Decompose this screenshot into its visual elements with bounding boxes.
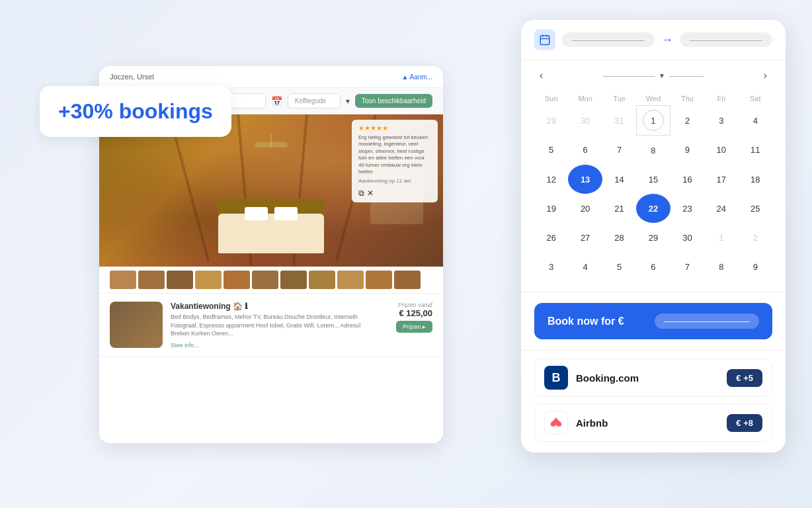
cal-day[interactable]: 2 (739, 223, 772, 252)
pillow-1 (245, 207, 268, 220)
cal-day[interactable]: 26 (534, 223, 568, 252)
month-dropdown-icon: ▼ (659, 72, 665, 79)
month-text: —————— (603, 71, 655, 81)
website-header: Joczen, Ursel ▲ Aanm... (99, 66, 443, 88)
cal-day[interactable]: 23 (670, 194, 704, 223)
cal-day[interactable]: 29 (534, 106, 568, 136)
cal-week-3: 12 13 14 15 16 17 18 (534, 165, 772, 194)
date-from[interactable]: —————————— (562, 32, 655, 47)
see-more-link[interactable]: Stee info... (171, 342, 365, 349)
date-to[interactable]: —————————— (680, 32, 772, 47)
day-wed: Wed (636, 92, 670, 106)
month-label: —————— ▼ ———— (603, 71, 704, 81)
cal-day-selected-start[interactable]: 13 (568, 165, 602, 194)
cal-day[interactable]: 8 (704, 252, 738, 281)
thumb-3[interactable] (167, 271, 193, 289)
property-image: ★★★★★ Erg nettig geweest tot keuken mooi… (99, 114, 443, 267)
cal-day[interactable]: 8 (636, 136, 670, 165)
cal-day-selected-end[interactable]: 22 (636, 194, 670, 223)
cal-day[interactable]: 30 (670, 223, 704, 252)
cal-day[interactable]: 6 (636, 252, 670, 281)
price-button[interactable]: Prijzen ▸ (396, 321, 432, 333)
book-price-placeholder: —————————— (655, 314, 759, 329)
provider-booking[interactable]: B Booking.com € +5 (534, 359, 772, 397)
cal-day[interactable]: 4 (739, 106, 772, 136)
thumbnail-strip (99, 267, 443, 294)
stars: ★★★★★ (358, 124, 431, 133)
cal-day[interactable]: 7 (670, 252, 704, 281)
cal-day[interactable]: 17 (704, 165, 738, 194)
booking-badge: +30% bookings (40, 86, 231, 137)
day-tue: Tue (602, 92, 636, 106)
cal-week-5: 26 27 28 29 30 1 2 (534, 223, 772, 252)
provider-airbnb[interactable]: Airbnb € +8 (534, 403, 772, 442)
thumb-2[interactable] (138, 271, 165, 289)
comparison-section: B Booking.com € +5 Airbnb € +8 (521, 351, 786, 452)
chandelier (251, 121, 291, 148)
thumb-11[interactable] (394, 271, 421, 289)
calendar-section: ‹ —————— ▼ ———— › Sun Mon Tue Wed Thu (521, 60, 786, 292)
cal-day[interactable]: 10 (704, 136, 738, 165)
cal-day[interactable]: 28 (602, 223, 636, 252)
availability-btn[interactable]: Toon beschikbaarheid (355, 94, 432, 108)
cal-day[interactable]: 24 (704, 194, 738, 223)
cal-day[interactable]: 3 (704, 106, 738, 136)
calendar-icon-blue (534, 29, 555, 50)
cal-week-4: 19 20 21 22 23 24 25 (534, 194, 772, 223)
thumb-4[interactable] (195, 271, 222, 289)
cal-day[interactable]: 29 (636, 223, 670, 252)
bed-headboard (218, 198, 324, 215)
cal-header: Sun Mon Tue Wed Thu Fri Sat (534, 92, 772, 106)
next-month-btn[interactable]: › (758, 67, 772, 84)
thumb-1[interactable] (110, 271, 136, 289)
cal-day[interactable]: 19 (534, 194, 568, 223)
date-arrow: → (661, 33, 673, 47)
cal-day[interactable]: 18 (739, 165, 772, 194)
option-mock[interactable]: Koffiegude (288, 93, 341, 108)
cal-week-1: 29 30 31 1 2 3 4 (534, 106, 772, 136)
cal-day[interactable]: 14 (602, 165, 636, 194)
book-now-button[interactable]: Book now for € —————————— (534, 303, 772, 339)
thumb-7[interactable] (280, 271, 307, 289)
review-date: Aanbeveling op 11 der (358, 177, 431, 185)
cal-day[interactable]: 11 (739, 136, 772, 165)
cal-day[interactable]: 6 (568, 136, 602, 165)
cal-day[interactable]: 5 (602, 252, 636, 281)
main-container: +30% bookings Joczen, Ursel ▲ Aanm... ..… (0, 0, 812, 508)
airbnb-name: Airbnb (576, 417, 719, 429)
pillow-2 (274, 207, 298, 220)
thumb-9[interactable] (337, 271, 364, 289)
calendar-grid: Sun Mon Tue Wed Thu Fri Sat 29 30 31 1 (534, 92, 772, 281)
cal-day[interactable]: 7 (602, 136, 636, 165)
booking-badge-text: +30% bookings (58, 99, 213, 124)
property-name: Vakantiewoning 🏠 ℹ (171, 302, 365, 311)
cal-day[interactable]: 9 (670, 136, 704, 165)
cal-day[interactable]: 31 (602, 106, 636, 136)
thumb-8[interactable] (309, 271, 335, 289)
svg-rect-0 (540, 36, 549, 45)
cal-day[interactable]: 4 (568, 252, 602, 281)
bed-shape (218, 214, 324, 253)
book-now-section: Book now for € —————————— (521, 292, 786, 351)
cal-day[interactable]: 27 (568, 223, 602, 252)
cal-day[interactable]: 21 (602, 194, 636, 223)
book-now-label: Book now for € (548, 316, 647, 327)
cal-day[interactable]: 1 (704, 223, 738, 252)
cal-day[interactable]: 16 (670, 165, 704, 194)
cal-week-2: 5 6 7 8 9 10 11 (534, 136, 772, 165)
prev-month-btn[interactable]: ‹ (534, 67, 548, 84)
cal-day[interactable]: 2 (670, 106, 704, 136)
cal-day[interactable]: 15 (636, 165, 670, 194)
thumb-6[interactable] (252, 271, 278, 289)
cal-day[interactable]: 12 (534, 165, 568, 194)
website-title: Joczen, Ursel (110, 73, 154, 81)
thumb-5[interactable] (223, 271, 250, 289)
cal-day[interactable]: 3 (534, 252, 568, 281)
cal-day[interactable]: 20 (568, 194, 602, 223)
cal-day[interactable]: 9 (739, 252, 772, 281)
thumb-10[interactable] (366, 271, 392, 289)
cal-day[interactable]: 30 (568, 106, 602, 136)
cal-day[interactable]: 5 (534, 136, 568, 165)
cal-day[interactable]: 25 (739, 194, 772, 223)
cal-day-today[interactable]: 1 (636, 106, 670, 136)
